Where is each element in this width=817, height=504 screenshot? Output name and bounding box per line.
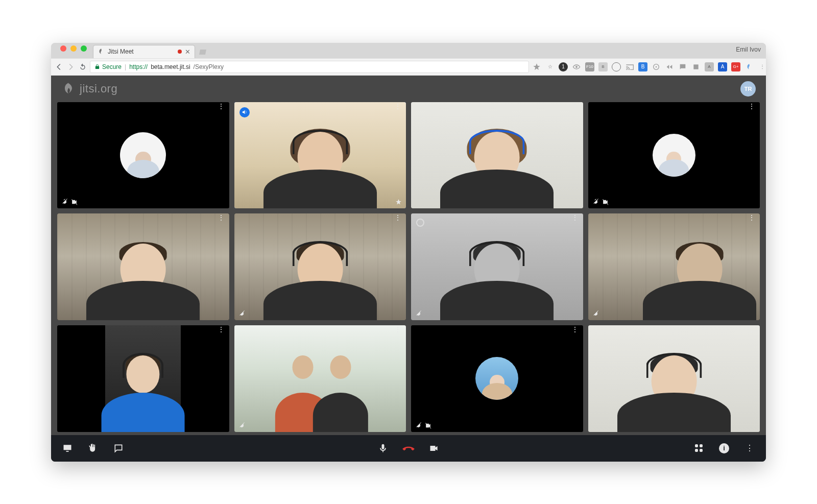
participant-tile[interactable]: ⋮	[234, 325, 406, 432]
window-controls	[60, 45, 87, 52]
participant-tile[interactable]: ⋮	[234, 213, 406, 320]
cam-muted-icon	[425, 422, 432, 429]
participant-tile[interactable]: ⋮	[588, 213, 760, 320]
camera-toggle-button[interactable]	[427, 441, 441, 455]
window-close-button[interactable]	[60, 45, 66, 52]
screenshare-button[interactable]	[60, 441, 75, 455]
tile-menu-button[interactable]: ⋮	[218, 217, 225, 219]
extension-rewind-icon[interactable]	[665, 62, 674, 71]
hangup-button[interactable]	[401, 441, 416, 455]
raise-hand-button[interactable]	[86, 441, 100, 455]
jitsi-logo-icon	[61, 82, 76, 96]
extension-cast-icon[interactable]	[625, 62, 634, 71]
tile-menu-button[interactable]: ⋮	[218, 105, 225, 107]
mic-muted-icon	[415, 422, 422, 429]
extension-eye-icon[interactable]	[572, 62, 581, 71]
avatar-icon	[653, 134, 695, 177]
jitsi-favicon-icon	[98, 48, 105, 55]
secure-lock-icon: Secure	[94, 63, 122, 70]
participant-tile[interactable]: ⋮	[588, 325, 760, 432]
extension-a-blue-icon[interactable]: A	[718, 62, 727, 71]
bookmark-star-icon[interactable]: ☆	[545, 62, 555, 71]
pin-icon[interactable]	[395, 199, 402, 205]
current-user-avatar[interactable]: TR	[740, 81, 756, 97]
participant-tile[interactable]: ⋮	[411, 325, 583, 432]
tab-close-button[interactable]: ✕	[185, 48, 190, 56]
jitsi-app: jitsi.org TR ⋮	[51, 76, 766, 462]
extension-g-red-icon[interactable]: G+	[731, 62, 740, 71]
tile-view-button[interactable]	[691, 441, 706, 455]
extension-badge-1-icon[interactable]: 1	[559, 62, 568, 71]
extension-target-icon[interactable]	[652, 62, 661, 71]
browser-menu-button[interactable]: ⋮	[758, 62, 766, 71]
call-toolbar: i ⋮	[51, 435, 766, 462]
url-scheme: https://	[129, 63, 148, 70]
more-actions-button[interactable]: ⋮	[742, 441, 757, 455]
participant-tile[interactable]: ⋮	[411, 102, 583, 209]
browser-window: Jitsi Meet ✕ Emil Ivov	[51, 43, 766, 462]
tile-menu-button[interactable]: ⋮	[748, 105, 756, 107]
browser-tab[interactable]: Jitsi Meet ✕	[93, 45, 195, 58]
participant-tile[interactable]: ⋮	[588, 102, 760, 209]
forward-button[interactable]	[66, 61, 76, 73]
recording-indicator-icon	[178, 50, 182, 54]
tab-title: Jitsi Meet	[108, 48, 134, 55]
extension-row: ☆ 1 F10 B B A A G+ ⋮	[532, 62, 766, 71]
cam-muted-icon	[71, 199, 78, 205]
jitsi-logo[interactable]: jitsi.org	[61, 82, 117, 96]
browser-profile-name[interactable]: Emil Ivov	[736, 46, 761, 53]
svg-rect-3	[693, 64, 698, 69]
extension-b-blue-icon[interactable]: B	[638, 62, 647, 71]
extension-ring-icon[interactable]	[612, 62, 621, 71]
tile-menu-button[interactable]: ⋮	[571, 105, 579, 107]
bookmark-page-icon[interactable]	[532, 62, 541, 71]
logo-text: jitsi.org	[80, 82, 117, 95]
tile-menu-button[interactable]: ⋮	[394, 105, 402, 107]
new-tab-button[interactable]	[197, 47, 208, 57]
participants-grid: ⋮ ⋮ ⋮	[51, 102, 766, 435]
tile-menu-button[interactable]: ⋮	[571, 328, 579, 330]
avatar-icon	[475, 357, 518, 400]
info-button[interactable]: i	[717, 441, 731, 455]
extension-a-icon[interactable]: A	[705, 62, 714, 71]
dominant-speaker-icon	[239, 107, 250, 117]
mic-muted-icon	[61, 199, 68, 205]
app-header: jitsi.org TR	[51, 76, 766, 102]
extension-chat-icon[interactable]	[678, 62, 687, 71]
reload-button[interactable]	[79, 61, 87, 73]
extension-feather-icon[interactable]	[744, 62, 754, 71]
tile-menu-button[interactable]: ⋮	[394, 217, 402, 219]
url-host: beta.meet.jit.si	[151, 63, 190, 70]
tile-menu-button[interactable]: ⋮	[571, 217, 579, 219]
window-minimize-button[interactable]	[70, 45, 77, 52]
participant-tile[interactable]: ⋮	[57, 325, 229, 432]
mic-muted-icon	[415, 310, 422, 317]
extension-f10-icon[interactable]: F10	[585, 62, 594, 71]
mic-muted-icon	[238, 422, 245, 429]
svg-point-0	[575, 66, 578, 68]
avatar-icon	[120, 132, 166, 178]
tile-menu-button[interactable]: ⋮	[748, 328, 756, 330]
browser-tab-strip: Jitsi Meet ✕ Emil Ivov	[51, 43, 766, 58]
participant-tile[interactable]: ⋮	[57, 102, 229, 209]
mic-muted-icon	[592, 310, 599, 317]
url-path: /SexyPlexy	[194, 63, 224, 70]
address-bar[interactable]: Secure | https://beta.meet.jit.si/SexyPl…	[90, 61, 529, 73]
participant-tile[interactable]: ⋮	[411, 213, 583, 320]
mic-muted-icon	[238, 310, 245, 317]
extension-box-icon[interactable]	[691, 62, 701, 71]
tile-menu-button[interactable]: ⋮	[748, 217, 756, 219]
back-button[interactable]	[54, 61, 63, 73]
participant-tile[interactable]: ⋮	[57, 213, 229, 320]
tile-menu-button[interactable]: ⋮	[394, 328, 402, 330]
window-maximize-button[interactable]	[81, 45, 87, 52]
mic-toggle-button[interactable]	[376, 441, 390, 455]
extension-b-icon[interactable]: B	[598, 62, 608, 71]
browser-toolbar: Secure | https://beta.meet.jit.si/SexyPl…	[51, 58, 766, 76]
chat-button[interactable]	[111, 441, 126, 455]
tile-menu-button[interactable]: ⋮	[218, 328, 225, 330]
svg-point-2	[656, 66, 657, 67]
mic-muted-icon	[592, 199, 599, 205]
secure-label: Secure	[102, 63, 122, 70]
participant-tile[interactable]: ⋮	[234, 102, 406, 209]
